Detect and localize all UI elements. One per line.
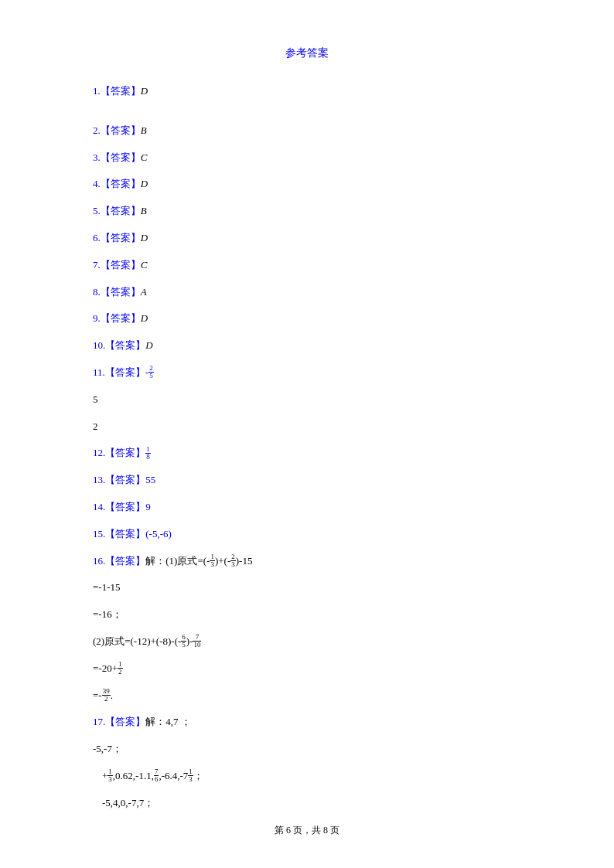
- answer-value: D: [141, 85, 148, 97]
- answer-num: 3.: [93, 151, 101, 163]
- answer-num: 7.: [93, 259, 101, 271]
- page-title: 参考答案: [93, 46, 521, 60]
- answer-num: 14.: [93, 501, 105, 512]
- answer-label: 【答案】: [105, 528, 145, 540]
- answer-value: D: [141, 312, 148, 324]
- answer-num: 11.: [93, 366, 105, 378]
- answer-label: 【答案】: [105, 501, 145, 512]
- answer-label: 【答案】: [101, 85, 141, 97]
- answer-1: 1.【答案】D: [93, 83, 521, 100]
- solution-step: (2)原式=(-12)+(-8)-(-65)-710: [93, 634, 521, 650]
- page-footer: 第 6 页，共 8 页: [0, 824, 614, 837]
- answer-label: 【答案】: [101, 286, 141, 298]
- fraction: 13: [210, 553, 215, 568]
- answer-value: (-5,-6): [145, 528, 172, 540]
- answer-num: 8.: [93, 286, 101, 298]
- answer-label: 【答案】: [101, 178, 141, 189]
- answer-num: 1.: [93, 85, 101, 97]
- solution-step: =-392.: [93, 688, 521, 704]
- solution-text: +: [102, 770, 107, 781]
- answer-label: 【答案】: [105, 339, 145, 351]
- answer-num: 15.: [93, 528, 105, 540]
- answer-value: C: [141, 151, 148, 163]
- answer-15: 15.【答案】(-5,-6): [93, 526, 521, 543]
- solution-text: 解：(1)原式=(-: [145, 555, 210, 567]
- answer-value: B: [141, 124, 147, 136]
- answer-num: 17.: [93, 716, 105, 727]
- solution-text: =-: [93, 689, 102, 701]
- answer-num: 4.: [93, 178, 101, 189]
- answer-num: 16.: [93, 555, 105, 567]
- solution-text: ；: [193, 770, 203, 781]
- page-content: 参考答案 1.【答案】D 2.【答案】B 3.【答案】C 4.【答案】D 5.【…: [0, 0, 614, 812]
- fraction: 13: [188, 768, 193, 783]
- footer-text: 第: [275, 825, 286, 836]
- solution-text: ,-6.4,-7: [159, 770, 188, 781]
- solution-step: =-1-15: [93, 580, 521, 596]
- answer-2: 2.【答案】B: [93, 123, 521, 139]
- answer-12: 12.【答案】18: [93, 445, 521, 461]
- answer-value: D: [141, 178, 148, 189]
- answer-num: 5.: [93, 205, 101, 216]
- answer-7: 7.【答案】C: [93, 257, 521, 274]
- answer-6: 6.【答案】D: [93, 230, 521, 247]
- solution-text: (2)原式=(-12)+(-8)-(-: [93, 635, 181, 647]
- solution-text: 解：4,7 ；: [145, 716, 191, 727]
- answer-label: 【答案】: [105, 716, 145, 727]
- answer-17: 17.【答案】解：4,7 ；: [93, 714, 521, 730]
- fraction: 25: [148, 365, 154, 380]
- solution-text: =-20+: [93, 662, 118, 674]
- answer-label: 【答案】: [105, 447, 145, 458]
- fraction: 12: [118, 661, 123, 676]
- answer-label: 【答案】: [105, 555, 145, 567]
- answer-num: 9.: [93, 312, 101, 324]
- footer-text: 页，共: [291, 825, 323, 836]
- solution-step: -5,4,0,-7,7；: [93, 795, 521, 812]
- solution-step: +13,0.62,-1.1,76,-6.4,-713；: [93, 768, 521, 785]
- fraction: 65: [181, 634, 186, 648]
- answer-value: C: [141, 259, 148, 271]
- solution-step: =-20+12: [93, 661, 521, 677]
- fraction: 23: [230, 553, 236, 568]
- solution-text: ,0.62,-1.1,: [113, 770, 154, 781]
- fraction: 18: [145, 446, 151, 461]
- answer-10: 10.【答案】D: [93, 338, 521, 354]
- answer-num: 6.: [93, 232, 101, 243]
- answer-9: 9.【答案】D: [93, 311, 521, 327]
- answer-13: 13.【答案】55: [93, 472, 521, 488]
- stray-text-5: 5: [93, 392, 521, 408]
- answer-label: 【答案】: [105, 366, 145, 378]
- answer-label: 【答案】: [101, 312, 141, 324]
- answer-label: 【答案】: [101, 205, 141, 216]
- answer-14: 14.【答案】9: [93, 499, 521, 516]
- answer-label: 【答案】: [101, 259, 141, 271]
- solution-step: -5,-7；: [93, 741, 521, 757]
- solution-text: )-15: [236, 555, 253, 567]
- answer-num: 10.: [93, 339, 105, 351]
- fraction: 76: [154, 768, 159, 783]
- answer-value: 55: [145, 474, 155, 485]
- answer-num: 13.: [93, 474, 105, 485]
- stray-text-2: 2: [93, 419, 521, 435]
- answer-value: D: [141, 232, 148, 243]
- answer-label: 【答案】: [101, 232, 141, 243]
- fraction: 392: [102, 688, 111, 703]
- answer-3: 3.【答案】C: [93, 150, 521, 166]
- footer-text: 页: [328, 825, 339, 836]
- answer-label: 【答案】: [101, 151, 141, 163]
- answer-value: D: [145, 339, 152, 351]
- answer-16: 16.【答案】解：(1)原式=(-13)+(-23)-15: [93, 553, 521, 570]
- answer-value: A: [141, 286, 147, 298]
- solution-text: )+(-: [215, 555, 230, 567]
- answer-value: 9: [145, 501, 151, 512]
- answer-11: 11.【答案】-25: [93, 365, 521, 381]
- answer-label: 【答案】: [105, 474, 145, 485]
- answer-8: 8.【答案】A: [93, 284, 521, 301]
- answer-value: B: [141, 205, 147, 216]
- fraction: 13: [107, 768, 113, 783]
- answer-num: 2.: [93, 124, 101, 136]
- solution-text: .: [111, 689, 113, 701]
- answer-5: 5.【答案】B: [93, 203, 521, 220]
- answer-label: 【答案】: [101, 124, 141, 136]
- answer-4: 4.【答案】D: [93, 176, 521, 192]
